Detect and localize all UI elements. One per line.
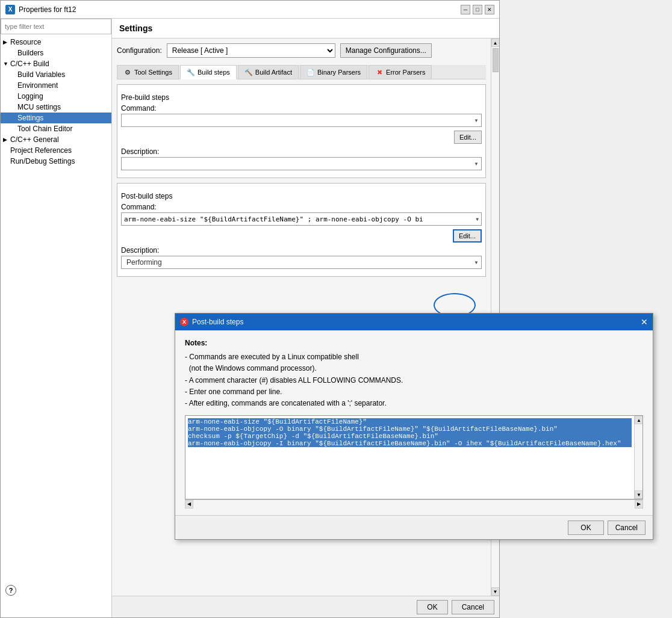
binary-parsers-icon: 📄 (306, 68, 315, 76)
performing-value: Performing (124, 257, 164, 268)
dropdown-arrow-icon: ▼ (474, 161, 479, 167)
sidebar-item-cpp-build[interactable]: ▼ C/C++ Build (1, 58, 111, 69)
build-artifact-icon: 🔨 (244, 68, 253, 76)
command-line-2: arm-none-eabi-objcopy -O binary "${Build… (188, 425, 632, 433)
dropdown-arrow-icon: ▼ (474, 118, 479, 123)
tab-build-steps[interactable]: 🔧 Build steps (180, 65, 237, 79)
sidebar-item-label: MCU settings (17, 103, 61, 111)
command-line-3: checksum -p ${TargetChip} -d "${BuildArt… (188, 433, 632, 440)
postbuild-command-row: arm-none-eabi-size "${BuildArtifactFileN… (121, 212, 482, 226)
sidebar-item-label: Run/Debug Settings (10, 157, 75, 165)
command-label: Command: (121, 104, 482, 113)
note-line-3: - A comment character (#) disables ALL F… (185, 375, 643, 386)
filter-input[interactable] (1, 19, 111, 34)
prebuild-edit-button[interactable]: Edit... (454, 131, 482, 144)
hscroll-right-button[interactable]: ▶ (635, 500, 643, 508)
dialog-ok-button[interactable]: OK (568, 521, 603, 535)
postbuild-edit-button[interactable]: Edit... (453, 229, 482, 243)
sidebar-item-project-references[interactable]: Project References (1, 145, 111, 156)
sidebar-item-label: Build Variables (17, 70, 65, 79)
window-title: Properties for ft12 (19, 5, 76, 14)
close-button[interactable]: ✕ (485, 5, 494, 14)
maximize-button[interactable]: □ (473, 5, 482, 14)
prebuild-command-row: ▼ (121, 114, 482, 127)
manage-configurations-button[interactable]: Manage Configurations... (340, 43, 432, 58)
dropdown-arrow-icon: ▼ (474, 260, 479, 265)
window-icon: X (5, 5, 15, 14)
sidebar-item-resource[interactable]: ▶ Resource (1, 37, 111, 48)
commands-scrollbar: ▲ ▼ (634, 416, 642, 499)
ok-button[interactable]: OK (417, 600, 447, 614)
postbuild-description-input[interactable]: Performing ▼ (121, 256, 482, 269)
dialog-cancel-button[interactable]: Cancel (608, 521, 646, 535)
tab-label: Binary Parsers (317, 69, 361, 76)
tool-settings-icon: ⚙ (123, 68, 132, 76)
sidebar-item-settings[interactable]: Settings (1, 113, 111, 123)
prebuild-description-row: ▼ (121, 157, 482, 170)
description-label: Description: (121, 147, 482, 156)
note-line-2: (not the Windows command processor). (185, 363, 643, 374)
error-parsers-icon: ✖ (375, 68, 384, 76)
note-line-1: - Commands are executed by a Linux compa… (185, 351, 643, 363)
prebuild-edit-row: Edit... (121, 131, 482, 144)
sidebar-item-cpp-general[interactable]: ▶ C/C++ General (1, 134, 111, 145)
settings-header: Settings (112, 19, 499, 39)
postbuild-description-label: Description: (121, 246, 482, 255)
tab-error-parsers[interactable]: ✖ Error Parsers (369, 65, 432, 79)
title-bar-left: X Properties for ft12 (5, 5, 76, 14)
scroll-down-button[interactable]: ▼ (491, 587, 500, 596)
note-line-5: - After editing, commands are concatenat… (185, 398, 643, 409)
minimize-button[interactable]: ─ (461, 5, 470, 14)
tab-label: Build Artifact (255, 69, 292, 76)
window-controls: ─ □ ✕ (461, 5, 494, 14)
tab-binary-parsers[interactable]: 📄 Binary Parsers (300, 65, 367, 79)
commands-scroll-track[interactable] (635, 424, 642, 490)
sidebar-item-builders[interactable]: Builders (1, 48, 111, 58)
prebuild-description-input[interactable]: ▼ (121, 157, 482, 170)
sidebar-item-label: Tool Chain Editor (17, 125, 72, 133)
commands-textarea[interactable]: arm-none-eabi-size "${BuildArtifactFileN… (185, 416, 634, 499)
dialog-close-button[interactable]: ✕ (641, 318, 648, 326)
sidebar-item-label: C/C++ Build (10, 60, 49, 68)
tab-label: Tool Settings (134, 69, 172, 76)
sidebar-item-run-debug[interactable]: Run/Debug Settings (1, 156, 111, 167)
title-bar: X Properties for ft12 ─ □ ✕ (1, 1, 499, 19)
postbuild-edit-row: Edit... (121, 229, 482, 243)
postbuild-command-input[interactable]: arm-none-eabi-size "${BuildArtifactFileN… (121, 212, 482, 226)
prebuild-section: Pre-build steps Command: ▼ Edit... Descr… (117, 84, 486, 178)
sidebar-item-label: C/C++ General (10, 135, 59, 144)
prebuild-label: Pre-build steps (121, 93, 482, 102)
scroll-thumb[interactable] (493, 48, 499, 72)
bottom-bar: OK Cancel (112, 596, 499, 617)
input-value: arm-none-eabi-size "${BuildArtifactFileN… (124, 215, 423, 223)
help-icon[interactable]: ? (5, 585, 16, 596)
config-label: Configuration: (117, 46, 162, 55)
tab-build-artifact[interactable]: 🔨 Build Artifact (238, 65, 299, 79)
notes-title: Notes: (185, 338, 643, 349)
dropdown-arrow-icon: ▼ (476, 217, 479, 222)
expand-icon: ▶ (3, 137, 10, 143)
scroll-up-button[interactable]: ▲ (491, 39, 500, 47)
config-select[interactable]: Release [ Active ] (167, 43, 335, 58)
postbuild-command-label: Command: (121, 203, 482, 211)
hscroll-left-button[interactable]: ◀ (185, 500, 193, 508)
command-line-1: arm-none-eabi-size "${BuildArtifactFileN… (188, 418, 632, 425)
sidebar-item-build-variables[interactable]: Build Variables (1, 69, 111, 80)
tab-tool-settings[interactable]: ⚙ Tool Settings (117, 65, 179, 79)
note-line-4: - Enter one command per line. (185, 386, 643, 398)
commands-scroll-down-button[interactable]: ▼ (635, 490, 643, 499)
sidebar-item-logging[interactable]: Logging (1, 91, 111, 102)
build-steps-icon: 🔧 (187, 68, 195, 76)
prebuild-command-input[interactable]: ▼ (121, 114, 482, 127)
notes-section: Notes: - Commands are executed by a Linu… (185, 338, 643, 409)
dialog-title-bar: X Post-build steps ✕ (175, 314, 653, 330)
sidebar-item-tool-chain-editor[interactable]: Tool Chain Editor (1, 123, 111, 134)
postbuild-label: Post-build steps (121, 192, 482, 200)
cancel-button[interactable]: Cancel (452, 600, 494, 614)
sidebar-item-mcu-settings[interactable]: MCU settings (1, 102, 111, 113)
dialog-body: Notes: - Commands are executed by a Linu… (175, 330, 653, 515)
commands-area-wrapper: arm-none-eabi-size "${BuildArtifactFileN… (185, 415, 643, 499)
hscroll-track[interactable] (193, 500, 635, 508)
sidebar-item-environment[interactable]: Environment (1, 80, 111, 91)
commands-scroll-up-button[interactable]: ▲ (635, 416, 643, 424)
